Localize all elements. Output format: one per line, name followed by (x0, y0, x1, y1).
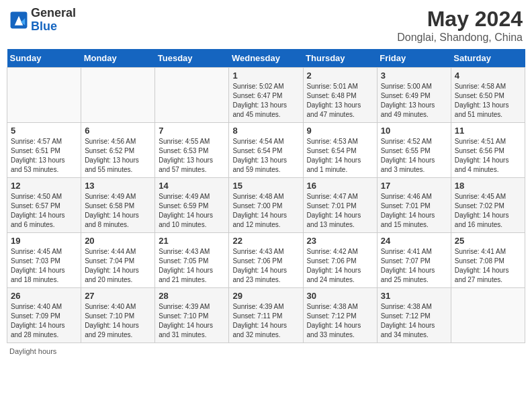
calendar-cell: 26Sunrise: 4:40 AM Sunset: 7:09 PM Dayli… (7, 288, 81, 343)
calendar-cell: 27Sunrise: 4:40 AM Sunset: 7:10 PM Dayli… (81, 288, 155, 343)
calendar-cell: 23Sunrise: 4:42 AM Sunset: 7:06 PM Dayli… (303, 233, 377, 288)
calendar-cell: 14Sunrise: 4:49 AM Sunset: 6:59 PM Dayli… (155, 178, 229, 233)
col-header-thursday: Thursday (303, 49, 377, 68)
day-number: 4 (455, 71, 521, 81)
calendar-cell (451, 288, 525, 343)
logo: General Blue (9, 7, 76, 34)
calendar-cell: 20Sunrise: 4:44 AM Sunset: 7:04 PM Dayli… (81, 233, 155, 288)
day-info: Sunrise: 4:49 AM Sunset: 6:58 PM Dayligh… (85, 192, 151, 230)
day-info: Sunrise: 4:48 AM Sunset: 7:00 PM Dayligh… (232, 192, 299, 230)
calendar-cell: 25Sunrise: 4:41 AM Sunset: 7:08 PM Dayli… (451, 233, 525, 288)
day-number: 30 (307, 291, 373, 301)
col-header-monday: Monday (81, 49, 155, 68)
day-info: Sunrise: 5:02 AM Sunset: 6:47 PM Dayligh… (232, 82, 299, 120)
calendar-week-row: 12Sunrise: 4:50 AM Sunset: 6:57 PM Dayli… (7, 178, 525, 233)
day-number: 31 (381, 291, 447, 301)
day-number: 17 (381, 181, 447, 191)
calendar-cell: 18Sunrise: 4:45 AM Sunset: 7:02 PM Dayli… (451, 178, 525, 233)
calendar-cell: 5Sunrise: 4:57 AM Sunset: 6:51 PM Daylig… (7, 123, 81, 178)
day-info: Sunrise: 4:46 AM Sunset: 7:01 PM Dayligh… (381, 192, 447, 230)
calendar-cell: 17Sunrise: 4:46 AM Sunset: 7:01 PM Dayli… (377, 178, 451, 233)
day-number: 9 (307, 126, 373, 136)
day-info: Sunrise: 4:43 AM Sunset: 7:06 PM Dayligh… (232, 247, 299, 285)
calendar-cell: 1Sunrise: 5:02 AM Sunset: 6:47 PM Daylig… (229, 68, 303, 123)
day-number: 15 (232, 181, 299, 191)
day-info: Sunrise: 4:40 AM Sunset: 7:10 PM Dayligh… (85, 302, 151, 340)
calendar-cell (7, 68, 81, 123)
day-info: Sunrise: 4:38 AM Sunset: 7:12 PM Dayligh… (307, 302, 373, 340)
day-info: Sunrise: 4:49 AM Sunset: 6:59 PM Dayligh… (159, 192, 225, 230)
calendar-cell: 8Sunrise: 4:54 AM Sunset: 6:54 PM Daylig… (229, 123, 303, 178)
calendar-cell: 30Sunrise: 4:38 AM Sunset: 7:12 PM Dayli… (303, 288, 377, 343)
month-year-title: May 2024 (397, 7, 523, 32)
day-number: 8 (232, 126, 299, 136)
footer-note: Daylight hours (7, 347, 525, 355)
day-info: Sunrise: 4:39 AM Sunset: 7:10 PM Dayligh… (159, 302, 225, 340)
calendar-week-row: 26Sunrise: 4:40 AM Sunset: 7:09 PM Dayli… (7, 288, 525, 343)
calendar-cell: 9Sunrise: 4:53 AM Sunset: 6:54 PM Daylig… (303, 123, 377, 178)
day-number: 21 (159, 236, 225, 246)
day-number: 11 (455, 126, 521, 136)
col-header-tuesday: Tuesday (155, 49, 229, 68)
calendar-cell (155, 68, 229, 123)
logo-icon (9, 11, 28, 30)
day-number: 26 (11, 291, 77, 301)
day-info: Sunrise: 4:40 AM Sunset: 7:09 PM Dayligh… (11, 302, 77, 340)
calendar-cell: 6Sunrise: 4:56 AM Sunset: 6:52 PM Daylig… (81, 123, 155, 178)
calendar-cell: 28Sunrise: 4:39 AM Sunset: 7:10 PM Dayli… (155, 288, 229, 343)
calendar-cell: 24Sunrise: 4:41 AM Sunset: 7:07 PM Dayli… (377, 233, 451, 288)
day-info: Sunrise: 4:45 AM Sunset: 7:02 PM Dayligh… (455, 192, 521, 230)
calendar-cell: 16Sunrise: 4:47 AM Sunset: 7:01 PM Dayli… (303, 178, 377, 233)
day-info: Sunrise: 4:54 AM Sunset: 6:54 PM Dayligh… (232, 137, 299, 175)
day-number: 19 (11, 236, 77, 246)
day-number: 18 (455, 181, 521, 191)
calendar-table: SundayMondayTuesdayWednesdayThursdayFrid… (7, 49, 525, 343)
day-info: Sunrise: 5:00 AM Sunset: 6:49 PM Dayligh… (381, 82, 447, 120)
day-number: 2 (307, 71, 373, 81)
day-info: Sunrise: 4:43 AM Sunset: 7:05 PM Dayligh… (159, 247, 225, 285)
calendar-cell: 2Sunrise: 5:01 AM Sunset: 6:48 PM Daylig… (303, 68, 377, 123)
calendar-cell: 4Sunrise: 4:58 AM Sunset: 6:50 PM Daylig… (451, 68, 525, 123)
calendar-cell: 7Sunrise: 4:55 AM Sunset: 6:53 PM Daylig… (155, 123, 229, 178)
col-header-saturday: Saturday (451, 49, 525, 68)
calendar-cell: 10Sunrise: 4:52 AM Sunset: 6:55 PM Dayli… (377, 123, 451, 178)
day-number: 12 (11, 181, 77, 191)
day-number: 24 (381, 236, 447, 246)
day-number: 13 (85, 181, 151, 191)
day-info: Sunrise: 4:52 AM Sunset: 6:55 PM Dayligh… (381, 137, 447, 175)
day-info: Sunrise: 4:41 AM Sunset: 7:08 PM Dayligh… (455, 247, 521, 285)
calendar-cell: 29Sunrise: 4:39 AM Sunset: 7:11 PM Dayli… (229, 288, 303, 343)
day-number: 6 (85, 126, 151, 136)
day-info: Sunrise: 5:01 AM Sunset: 6:48 PM Dayligh… (307, 82, 373, 120)
calendar-cell: 22Sunrise: 4:43 AM Sunset: 7:06 PM Dayli… (229, 233, 303, 288)
calendar-week-row: 5Sunrise: 4:57 AM Sunset: 6:51 PM Daylig… (7, 123, 525, 178)
day-number: 23 (307, 236, 373, 246)
day-number: 22 (232, 236, 299, 246)
day-info: Sunrise: 4:41 AM Sunset: 7:07 PM Dayligh… (381, 247, 447, 285)
day-number: 7 (159, 126, 225, 136)
calendar-cell: 3Sunrise: 5:00 AM Sunset: 6:49 PM Daylig… (377, 68, 451, 123)
calendar-header-row: SundayMondayTuesdayWednesdayThursdayFrid… (7, 49, 525, 68)
day-number: 5 (11, 126, 77, 136)
calendar-cell: 31Sunrise: 4:38 AM Sunset: 7:12 PM Dayli… (377, 288, 451, 343)
col-header-friday: Friday (377, 49, 451, 68)
day-number: 16 (307, 181, 373, 191)
day-info: Sunrise: 4:55 AM Sunset: 6:53 PM Dayligh… (159, 137, 225, 175)
day-number: 29 (232, 291, 299, 301)
day-info: Sunrise: 4:47 AM Sunset: 7:01 PM Dayligh… (307, 192, 373, 230)
day-info: Sunrise: 4:42 AM Sunset: 7:06 PM Dayligh… (307, 247, 373, 285)
title-block: May 2024 Donglai, Shandong, China (397, 7, 523, 44)
calendar-week-row: 19Sunrise: 4:45 AM Sunset: 7:03 PM Dayli… (7, 233, 525, 288)
day-number: 28 (159, 291, 225, 301)
day-number: 20 (85, 236, 151, 246)
col-header-sunday: Sunday (7, 49, 81, 68)
calendar-cell: 19Sunrise: 4:45 AM Sunset: 7:03 PM Dayli… (7, 233, 81, 288)
day-number: 3 (381, 71, 447, 81)
calendar-week-row: 1Sunrise: 5:02 AM Sunset: 6:47 PM Daylig… (7, 68, 525, 123)
day-number: 1 (232, 71, 299, 81)
day-info: Sunrise: 4:58 AM Sunset: 6:50 PM Dayligh… (455, 82, 521, 120)
col-header-wednesday: Wednesday (229, 49, 303, 68)
day-info: Sunrise: 4:45 AM Sunset: 7:03 PM Dayligh… (11, 247, 77, 285)
day-info: Sunrise: 4:38 AM Sunset: 7:12 PM Dayligh… (381, 302, 447, 340)
calendar-cell (81, 68, 155, 123)
